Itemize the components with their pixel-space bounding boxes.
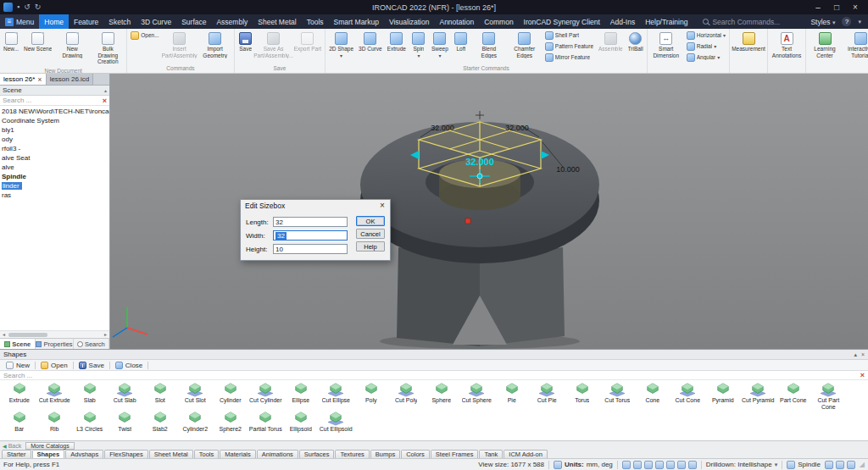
- ribbon-button[interactable]: New... ▾: [1, 30, 21, 67]
- command-search[interactable]: Search Commands...: [703, 18, 780, 26]
- dialog-button[interactable]: Cancel: [356, 229, 385, 239]
- ribbon-button[interactable]: Pattern Feature ▾: [542, 41, 596, 52]
- zoom-out-icon[interactable]: [666, 461, 675, 469]
- ribbon-button[interactable]: Blend Edges ▾: [471, 30, 507, 64]
- document-tab[interactable]: lesson 26.icd ×: [47, 74, 94, 85]
- clear-search-icon[interactable]: ×: [103, 97, 107, 105]
- dimension-label-length[interactable]: 32.000: [431, 124, 454, 132]
- catalog-shape-item[interactable]: Cut Ellipsoid: [319, 410, 354, 433]
- menu-tab[interactable]: Visualization: [384, 14, 435, 29]
- catalog-shape-item[interactable]: Cut Cylinder: [248, 381, 284, 410]
- quick-save-icon[interactable]: ▪: [17, 0, 19, 14]
- orbit-icon[interactable]: [688, 461, 697, 469]
- scrollbar-thumb[interactable]: [8, 333, 47, 337]
- ribbon-button[interactable]: 2D Shape ▾: [326, 30, 356, 64]
- catalog-shape-item[interactable]: Cut Slab: [108, 381, 143, 410]
- anchor-handle-icon[interactable]: [465, 218, 470, 224]
- ribbon-button[interactable]: Smart Dimension ▾: [648, 30, 684, 64]
- menu-tab[interactable]: Menu: [0, 14, 39, 29]
- ribbon-button[interactable]: Measurement ▾: [731, 30, 766, 64]
- ribbon-button[interactable]: New Scene ▾: [21, 30, 54, 67]
- ribbon-button[interactable]: Chamfer Edges ▾: [507, 30, 542, 64]
- dimension-label-height[interactable]: 10.000: [556, 165, 580, 174]
- catalog-shape-item[interactable]: Slot: [142, 381, 178, 410]
- catalog-shape-item[interactable]: Cone: [635, 381, 670, 410]
- catalog-shape-item[interactable]: Sphere2: [213, 410, 248, 433]
- catalog-shape-item[interactable]: Cut Slot: [178, 381, 214, 410]
- tree-item[interactable]: ody: [0, 135, 109, 144]
- zoom-window-icon[interactable]: [644, 461, 653, 469]
- screen-capture-icon[interactable]: [633, 461, 642, 469]
- tree-item[interactable]: 2018 NEW\Word\TECH-NET\ironcad vs s: [0, 107, 109, 116]
- tree-item[interactable]: ras: [0, 191, 109, 200]
- menu-tab[interactable]: Smart Markup: [329, 14, 384, 29]
- tree-item[interactable]: alve Seat: [0, 153, 109, 163]
- grid-icon[interactable]: [847, 461, 855, 469]
- viewport-3d[interactable]: 32.000 32.000 32.000 10.000: [110, 74, 868, 349]
- panel-tab[interactable]: Properties: [36, 339, 73, 349]
- panel-tab[interactable]: Search: [74, 339, 109, 349]
- ribbon-button[interactable]: Open... ▾: [128, 30, 161, 41]
- ribbon-button[interactable]: Save As Part/Assembly... ▾: [256, 30, 292, 64]
- field-input[interactable]: 32: [273, 217, 348, 227]
- horizontal-scrollbar[interactable]: ◂ ▸: [0, 330, 109, 338]
- dialog-button[interactable]: Help: [356, 241, 385, 252]
- catalog-shape-item[interactable]: Twist: [108, 410, 143, 433]
- resize-grip-icon[interactable]: ◢: [860, 461, 865, 468]
- catalog-shape-item[interactable]: Cut Pie: [530, 381, 565, 410]
- menu-tab[interactable]: Annotation: [434, 14, 479, 29]
- ribbon-button[interactable]: Sweep ▾: [429, 30, 451, 64]
- dialog-titlebar[interactable]: Edit Sizebox ×: [241, 200, 390, 212]
- catalog-shape-item[interactable]: Cut Poly: [389, 381, 425, 410]
- ribbon-button[interactable]: Extrude ▾: [385, 30, 409, 64]
- menu-tab[interactable]: Feature: [69, 14, 103, 29]
- more-catalogs-button[interactable]: More Catalogs: [25, 442, 75, 450]
- zoom-in-icon[interactable]: [655, 461, 664, 469]
- menu-tab[interactable]: Surface: [176, 14, 211, 29]
- ribbon-button[interactable]: Mirror Feature ▾: [542, 52, 596, 63]
- drilldown-selector[interactable]: Drilldown: Intellishape ▾: [706, 461, 777, 468]
- catalog-tool-button[interactable]: New: [3, 362, 33, 369]
- dialog-close-icon[interactable]: ×: [375, 200, 390, 212]
- ribbon-button[interactable]: 3D Curve ▾: [356, 30, 384, 64]
- catalog-shape-item[interactable]: Cut Ellipse: [319, 381, 354, 410]
- maximize-button[interactable]: □: [827, 0, 846, 14]
- menu-tab[interactable]: Help/Training: [640, 14, 693, 29]
- catalog-shape-item[interactable]: Ellipse: [283, 381, 319, 410]
- ribbon-button[interactable]: Import Geometry ▾: [198, 30, 233, 64]
- menu-tab[interactable]: Home: [39, 14, 69, 29]
- catalog-back-button[interactable]: ◀ Back: [3, 443, 21, 449]
- ribbon-button[interactable]: Assemble ▾: [596, 30, 626, 64]
- menu-tab[interactable]: Assembly: [211, 14, 253, 29]
- fit-scene-icon[interactable]: [677, 461, 686, 469]
- dimension-label-active[interactable]: 32.000: [465, 157, 494, 167]
- render-mode-icon[interactable]: [825, 461, 833, 469]
- catalog-shape-item[interactable]: Ellipsoid: [283, 410, 319, 433]
- catalog-shape-item[interactable]: Part Cone: [776, 381, 811, 410]
- close-button[interactable]: ×: [846, 0, 865, 14]
- ribbon-button[interactable]: Radial ▾: [684, 41, 728, 52]
- catalog-shape-item[interactable]: L3 Circles: [72, 410, 108, 433]
- catalog-shape-item[interactable]: Cut Extrude: [37, 381, 73, 410]
- menu-tab[interactable]: Add-Ins: [605, 14, 640, 29]
- clear-catalog-search-icon[interactable]: ×: [860, 371, 865, 379]
- ribbon-button[interactable]: Interactive Tutorial ▾: [843, 30, 868, 64]
- dialog-button[interactable]: OK: [356, 216, 385, 226]
- ribbon-button[interactable]: Insert Part/Assembly ▾: [162, 30, 198, 64]
- undo-icon[interactable]: ↺: [24, 0, 31, 14]
- catalog-shape-item[interactable]: Rib: [37, 410, 73, 433]
- catalog-search-input[interactable]: Search ... ×: [0, 371, 868, 380]
- tree-item[interactable]: Coordinate System: [0, 116, 109, 125]
- menu-tab[interactable]: Sketch: [103, 14, 136, 29]
- menu-tab[interactable]: Tools: [302, 14, 329, 29]
- panel-tab[interactable]: Scene: [0, 339, 36, 349]
- tree-item[interactable]: Spindle: [0, 172, 109, 181]
- catalog-tool-button[interactable]: Save: [75, 362, 108, 369]
- catalog-shape-item[interactable]: Sphere: [424, 381, 459, 410]
- catalog-shape-item[interactable]: Torus: [565, 381, 600, 410]
- catalog-shape-item[interactable]: Pie: [494, 381, 530, 410]
- scene-section-header[interactable]: Scene ▴: [0, 86, 109, 96]
- ribbon-button[interactable]: Text Annotations ▾: [769, 30, 804, 64]
- catalog-shape-item[interactable]: Partial Torus: [248, 410, 284, 433]
- ribbon-button[interactable]: New Drawing ▾: [54, 30, 90, 67]
